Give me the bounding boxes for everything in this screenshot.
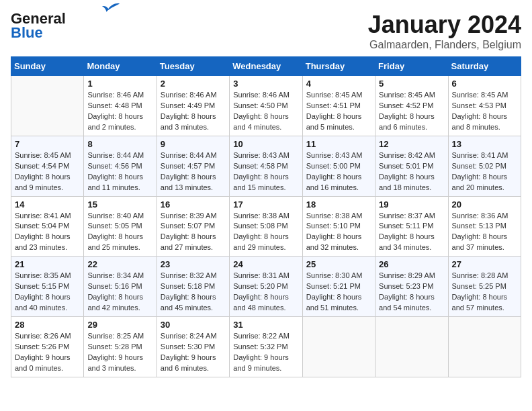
day-number: 1	[87, 79, 152, 89]
header-saturday: Saturday	[448, 57, 521, 76]
day-info: Sunrise: 8:38 AM Sunset: 5:08 PM Dayligh…	[233, 211, 298, 254]
calendar-cell: 24Sunrise: 8:31 AM Sunset: 5:20 PM Dayli…	[230, 257, 302, 317]
day-number: 30	[161, 320, 226, 330]
day-info: Sunrise: 8:46 AM Sunset: 4:48 PM Dayligh…	[87, 90, 152, 133]
day-info: Sunrise: 8:45 AM Sunset: 4:54 PM Dayligh…	[15, 150, 80, 193]
calendar-cell: 22Sunrise: 8:34 AM Sunset: 5:16 PM Dayli…	[84, 257, 157, 317]
day-number: 16	[161, 199, 226, 210]
day-number: 9	[161, 139, 226, 149]
day-number: 17	[233, 199, 298, 210]
day-info: Sunrise: 8:43 AM Sunset: 4:58 PM Dayligh…	[233, 150, 298, 193]
calendar-header-row: SundayMondayTuesdayWednesdayThursdayFrid…	[11, 57, 521, 76]
day-info: Sunrise: 8:30 AM Sunset: 5:21 PM Dayligh…	[306, 271, 371, 314]
calendar-cell: 8Sunrise: 8:44 AM Sunset: 4:56 PM Daylig…	[84, 136, 157, 196]
day-number: 29	[87, 320, 152, 330]
day-number: 8	[87, 139, 152, 149]
calendar-cell: 31Sunrise: 8:22 AM Sunset: 5:32 PM Dayli…	[230, 317, 302, 377]
calendar-cell: 7Sunrise: 8:45 AM Sunset: 4:54 PM Daylig…	[11, 136, 84, 196]
day-number: 2	[161, 79, 226, 89]
day-number: 24	[233, 259, 298, 269]
day-info: Sunrise: 8:28 AM Sunset: 5:25 PM Dayligh…	[452, 271, 517, 314]
day-info: Sunrise: 8:41 AM Sunset: 5:02 PM Dayligh…	[452, 150, 517, 193]
day-number: 10	[233, 139, 298, 149]
calendar-cell	[11, 76, 84, 136]
day-info: Sunrise: 8:38 AM Sunset: 5:10 PM Dayligh…	[306, 211, 371, 254]
day-number: 14	[15, 199, 80, 210]
day-info: Sunrise: 8:26 AM Sunset: 5:26 PM Dayligh…	[15, 331, 80, 374]
day-number: 15	[87, 199, 152, 210]
day-number: 3	[233, 79, 298, 89]
day-info: Sunrise: 8:31 AM Sunset: 5:20 PM Dayligh…	[233, 271, 298, 314]
header-thursday: Thursday	[302, 57, 375, 76]
day-number: 31	[233, 320, 298, 330]
day-info: Sunrise: 8:37 AM Sunset: 5:11 PM Dayligh…	[379, 211, 444, 254]
week-row-3: 14Sunrise: 8:41 AM Sunset: 5:04 PM Dayli…	[11, 196, 521, 257]
day-number: 6	[452, 79, 517, 89]
week-row-2: 7Sunrise: 8:45 AM Sunset: 4:54 PM Daylig…	[11, 136, 521, 196]
page-header: General Blue January 2024 Galmaarden, Fl…	[11, 11, 521, 51]
calendar-cell: 27Sunrise: 8:28 AM Sunset: 5:25 PM Dayli…	[448, 257, 521, 317]
day-info: Sunrise: 8:45 AM Sunset: 4:53 PM Dayligh…	[452, 90, 517, 133]
day-info: Sunrise: 8:35 AM Sunset: 5:15 PM Dayligh…	[15, 271, 80, 314]
calendar-cell: 18Sunrise: 8:38 AM Sunset: 5:10 PM Dayli…	[302, 196, 375, 257]
day-info: Sunrise: 8:42 AM Sunset: 5:01 PM Dayligh…	[379, 150, 444, 193]
calendar-cell: 2Sunrise: 8:46 AM Sunset: 4:49 PM Daylig…	[157, 76, 229, 136]
day-number: 27	[452, 259, 517, 269]
calendar-cell: 26Sunrise: 8:29 AM Sunset: 5:23 PM Dayli…	[375, 257, 448, 317]
day-info: Sunrise: 8:41 AM Sunset: 5:04 PM Dayligh…	[15, 211, 80, 254]
day-info: Sunrise: 8:24 AM Sunset: 5:30 PM Dayligh…	[161, 331, 226, 374]
calendar-cell	[448, 317, 521, 377]
day-number: 7	[15, 139, 80, 149]
day-info: Sunrise: 8:45 AM Sunset: 4:52 PM Dayligh…	[379, 90, 444, 133]
day-info: Sunrise: 8:46 AM Sunset: 4:50 PM Dayligh…	[233, 90, 298, 133]
calendar-cell: 3Sunrise: 8:46 AM Sunset: 4:50 PM Daylig…	[230, 76, 302, 136]
calendar-cell: 5Sunrise: 8:45 AM Sunset: 4:52 PM Daylig…	[375, 76, 448, 136]
day-info: Sunrise: 8:44 AM Sunset: 4:57 PM Dayligh…	[161, 150, 226, 193]
calendar-cell: 16Sunrise: 8:39 AM Sunset: 5:07 PM Dayli…	[157, 196, 229, 257]
month-title: January 2024	[368, 11, 521, 39]
calendar-table: SundayMondayTuesdayWednesdayThursdayFrid…	[11, 56, 521, 377]
calendar-cell: 11Sunrise: 8:43 AM Sunset: 5:00 PM Dayli…	[302, 136, 375, 196]
day-info: Sunrise: 8:45 AM Sunset: 4:51 PM Dayligh…	[306, 90, 371, 133]
day-info: Sunrise: 8:29 AM Sunset: 5:23 PM Dayligh…	[379, 271, 444, 314]
header-friday: Friday	[375, 57, 448, 76]
title-block: January 2024 Galmaarden, Flanders, Belgi…	[368, 11, 521, 51]
calendar-cell: 10Sunrise: 8:43 AM Sunset: 4:58 PM Dayli…	[230, 136, 302, 196]
calendar-cell	[375, 317, 448, 377]
day-info: Sunrise: 8:43 AM Sunset: 5:00 PM Dayligh…	[306, 150, 371, 193]
calendar-cell: 30Sunrise: 8:24 AM Sunset: 5:30 PM Dayli…	[157, 317, 229, 377]
header-monday: Monday	[84, 57, 157, 76]
calendar-cell: 13Sunrise: 8:41 AM Sunset: 5:02 PM Dayli…	[448, 136, 521, 196]
calendar-cell: 29Sunrise: 8:25 AM Sunset: 5:28 PM Dayli…	[84, 317, 157, 377]
day-number: 5	[379, 79, 444, 89]
day-number: 12	[379, 139, 444, 149]
day-info: Sunrise: 8:44 AM Sunset: 4:56 PM Dayligh…	[87, 150, 152, 193]
day-number: 18	[306, 199, 371, 210]
day-info: Sunrise: 8:46 AM Sunset: 4:49 PM Dayligh…	[161, 90, 226, 133]
day-number: 4	[306, 79, 371, 89]
day-number: 26	[379, 259, 444, 269]
calendar-cell: 14Sunrise: 8:41 AM Sunset: 5:04 PM Dayli…	[11, 196, 84, 257]
day-number: 25	[306, 259, 371, 269]
week-row-1: 1Sunrise: 8:46 AM Sunset: 4:48 PM Daylig…	[11, 76, 521, 136]
logo: General Blue	[11, 11, 121, 42]
logo-bird-icon	[102, 2, 121, 17]
calendar-cell: 6Sunrise: 8:45 AM Sunset: 4:53 PM Daylig…	[448, 76, 521, 136]
calendar-cell: 4Sunrise: 8:45 AM Sunset: 4:51 PM Daylig…	[302, 76, 375, 136]
day-info: Sunrise: 8:22 AM Sunset: 5:32 PM Dayligh…	[233, 331, 298, 374]
calendar-cell: 20Sunrise: 8:36 AM Sunset: 5:13 PM Dayli…	[448, 196, 521, 257]
calendar-cell: 21Sunrise: 8:35 AM Sunset: 5:15 PM Dayli…	[11, 257, 84, 317]
header-wednesday: Wednesday	[230, 57, 302, 76]
calendar-cell: 28Sunrise: 8:26 AM Sunset: 5:26 PM Dayli…	[11, 317, 84, 377]
location-subtitle: Galmaarden, Flanders, Belgium	[368, 39, 521, 51]
calendar-cell: 9Sunrise: 8:44 AM Sunset: 4:57 PM Daylig…	[157, 136, 229, 196]
calendar-cell: 17Sunrise: 8:38 AM Sunset: 5:08 PM Dayli…	[230, 196, 302, 257]
calendar-cell: 19Sunrise: 8:37 AM Sunset: 5:11 PM Dayli…	[375, 196, 448, 257]
day-number: 22	[87, 259, 152, 269]
day-number: 28	[15, 320, 80, 330]
day-number: 11	[306, 139, 371, 149]
calendar-cell: 25Sunrise: 8:30 AM Sunset: 5:21 PM Dayli…	[302, 257, 375, 317]
day-info: Sunrise: 8:40 AM Sunset: 5:05 PM Dayligh…	[87, 211, 152, 254]
day-info: Sunrise: 8:36 AM Sunset: 5:13 PM Dayligh…	[452, 211, 517, 254]
day-number: 20	[452, 199, 517, 210]
